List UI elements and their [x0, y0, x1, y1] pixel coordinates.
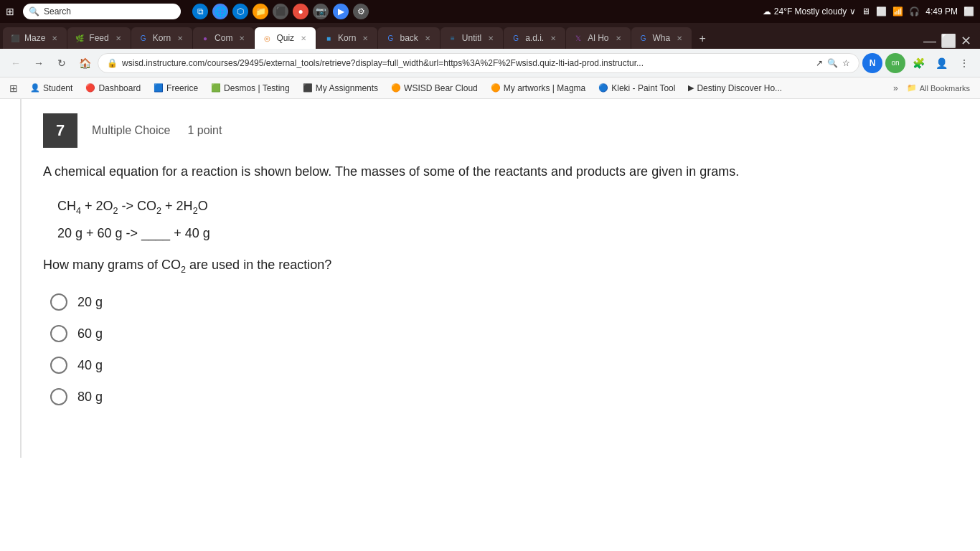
- tab-feed-close[interactable]: ✕: [113, 33, 123, 43]
- back-button[interactable]: ←: [6, 53, 26, 73]
- tab-wha-label: Wha: [653, 33, 671, 43]
- question-header: 7 Multiple Choice 1 point: [43, 113, 958, 148]
- radio-40g[interactable]: [50, 357, 67, 374]
- extension-n-icon[interactable]: N: [862, 53, 882, 73]
- weather-widget: ☁ 24°F Mostly cloudy ∨: [763, 6, 857, 17]
- bookmark-magma-label: My artworks | Magma: [504, 83, 585, 93]
- tab-back-close[interactable]: ✕: [423, 33, 433, 43]
- tab-alho[interactable]: 𝕏 Al Ho ✕: [566, 27, 630, 49]
- folder-icon[interactable]: 📁: [253, 4, 268, 19]
- bookmark-destiny[interactable]: ▶ Destiny Discover Ho...: [684, 82, 786, 95]
- radio-80g[interactable]: [50, 388, 67, 405]
- search-label: Search: [44, 6, 71, 17]
- menu-icon[interactable]: ⋮: [954, 53, 974, 73]
- extensions-icon[interactable]: 🧩: [908, 53, 928, 73]
- notification-icon[interactable]: ⬜: [963, 6, 974, 17]
- tab-wha[interactable]: G Wha ✕: [631, 27, 692, 49]
- tab-back-label: back: [400, 33, 418, 43]
- chrome-icon-2[interactable]: ●: [293, 4, 308, 19]
- close-button[interactable]: ✕: [961, 33, 971, 49]
- choice-80g[interactable]: 80 g: [50, 388, 958, 405]
- choice-60g[interactable]: 60 g: [50, 325, 958, 342]
- question-number: 7: [43, 113, 77, 148]
- tab-adi[interactable]: G a.d.i. ✕: [504, 27, 565, 49]
- choice-20g[interactable]: 20 g: [50, 293, 958, 311]
- tab-quiz-close[interactable]: ✕: [298, 33, 308, 43]
- titlebar: ⊞ 🔍 Search ⧉ 🌐 ⬡ 📁 ⬛ ● 📷 ▶ ⚙ ☁ 24°F Most…: [0, 0, 980, 23]
- minimize-button[interactable]: —: [923, 34, 936, 49]
- profile-icon[interactable]: 👤: [931, 53, 951, 73]
- tab-korn1[interactable]: G Korn ✕: [131, 27, 192, 49]
- tab-com[interactable]: ● Com ✕: [193, 27, 254, 49]
- tab-korn2-close[interactable]: ✕: [360, 33, 370, 43]
- equation-block: CH4 + 2O2 -> CO2 + 2H2O 20 g + 60 g -> _…: [57, 194, 958, 245]
- star-icon[interactable]: ☆: [842, 58, 850, 68]
- bookmarks-more-button[interactable]: » 📁 All Bookmarks: [889, 82, 974, 95]
- tab-korn1-close[interactable]: ✕: [175, 33, 185, 43]
- windows-icon[interactable]: ⊞: [6, 6, 14, 17]
- cloud-icon: ☁: [763, 6, 771, 17]
- choice-40g-label: 40 g: [77, 358, 103, 373]
- bearcloud-favicon: 🟠: [391, 83, 401, 93]
- content-wrapper: 7 Multiple Choice 1 point A chemical equ…: [0, 99, 980, 458]
- tab-wha-close[interactable]: ✕: [674, 33, 684, 43]
- tab-com-close[interactable]: ✕: [237, 33, 247, 43]
- chevron-icon: ∨: [849, 6, 856, 17]
- tab-maze[interactable]: ⬛ Maze ✕: [3, 27, 67, 49]
- bookmark-desmos[interactable]: 🟩 Desmos | Testing: [207, 82, 294, 95]
- search-bar[interactable]: 🔍 Search: [23, 4, 181, 19]
- bookmark-kleki[interactable]: 🔵 Kleki - Paint Tool: [594, 82, 679, 95]
- zoom-icon: 🔍: [827, 58, 838, 68]
- bookmark-desmos-label: Desmos | Testing: [224, 83, 290, 93]
- tab-alho-close[interactable]: ✕: [613, 33, 623, 43]
- untitl-favicon: ≡: [448, 33, 458, 43]
- headphone-icon: 🎧: [909, 6, 920, 17]
- task-view-icon[interactable]: ⧉: [192, 4, 208, 19]
- bookmarks-bar: ⊞ 👤 Student 🔴 Dashboard 🟦 Freerice 🟩 Des…: [0, 77, 980, 99]
- address-bar[interactable]: 🔒 wsisd.instructure.com/courses/29495/ex…: [98, 53, 859, 73]
- left-sidebar-border: [0, 99, 22, 458]
- url-text: wsisd.instructure.com/courses/29495/exte…: [122, 58, 811, 68]
- bookmark-dashboard[interactable]: 🔴 Dashboard: [81, 82, 145, 95]
- chrome-icon[interactable]: 🌐: [212, 4, 228, 19]
- com-favicon: ●: [200, 33, 210, 43]
- bookmark-bearcloud[interactable]: 🟠 WSISD Bear Cloud: [387, 82, 482, 95]
- extension-on-icon[interactable]: on: [885, 53, 905, 73]
- choice-40g[interactable]: 40 g: [50, 357, 958, 374]
- apps-grid-icon[interactable]: ⊞: [6, 80, 22, 96]
- tab-back[interactable]: G back ✕: [378, 27, 439, 49]
- radio-20g[interactable]: [50, 293, 67, 311]
- app-icon-2[interactable]: ▶: [333, 4, 349, 19]
- bookmark-student[interactable]: 👤 Student: [26, 82, 77, 95]
- adi-favicon: G: [511, 33, 521, 43]
- bookmark-freerice[interactable]: 🟦 Freerice: [149, 82, 202, 95]
- new-tab-button[interactable]: +: [692, 29, 712, 49]
- tab-maze-close[interactable]: ✕: [50, 33, 60, 43]
- edge-icon[interactable]: ⬡: [232, 4, 248, 19]
- bookmark-assignments[interactable]: ⬛ My Assignments: [298, 82, 382, 95]
- assignments-favicon: ⬛: [303, 83, 313, 93]
- tab-untitl[interactable]: ≡ Untitl ✕: [440, 27, 503, 49]
- tab-quiz-label: Quiz: [276, 33, 294, 43]
- app-icon-1[interactable]: ⬛: [273, 4, 288, 19]
- home-button[interactable]: 🏠: [75, 53, 95, 73]
- destiny-favicon: ▶: [688, 83, 694, 93]
- question-ask: How many grams of CO2 are used in the re…: [43, 255, 958, 276]
- tab-quiz[interactable]: ◎ Quiz ✕: [255, 27, 316, 49]
- camera-icon[interactable]: 📷: [313, 4, 329, 19]
- radio-60g[interactable]: [50, 325, 67, 342]
- refresh-button[interactable]: ↻: [52, 53, 72, 73]
- tab-untitl-close[interactable]: ✕: [486, 33, 496, 43]
- question-meta: Multiple Choice 1 point: [92, 124, 222, 137]
- tab-feed[interactable]: 🌿 Feed ✕: [67, 27, 130, 49]
- bookmark-magma[interactable]: 🟠 My artworks | Magma: [486, 82, 590, 95]
- maze-favicon: ⬛: [10, 33, 20, 43]
- back-favicon: G: [385, 33, 395, 43]
- tab-korn2[interactable]: ■ Korn ✕: [316, 27, 377, 49]
- settings-icon[interactable]: ⚙: [353, 4, 369, 19]
- forward-button[interactable]: →: [29, 53, 49, 73]
- content-inner: 7 Multiple Choice 1 point A chemical equ…: [22, 99, 980, 458]
- maximize-button[interactable]: ⬜: [941, 33, 956, 49]
- tab-adi-close[interactable]: ✕: [548, 33, 558, 43]
- wha-favicon: G: [639, 33, 649, 43]
